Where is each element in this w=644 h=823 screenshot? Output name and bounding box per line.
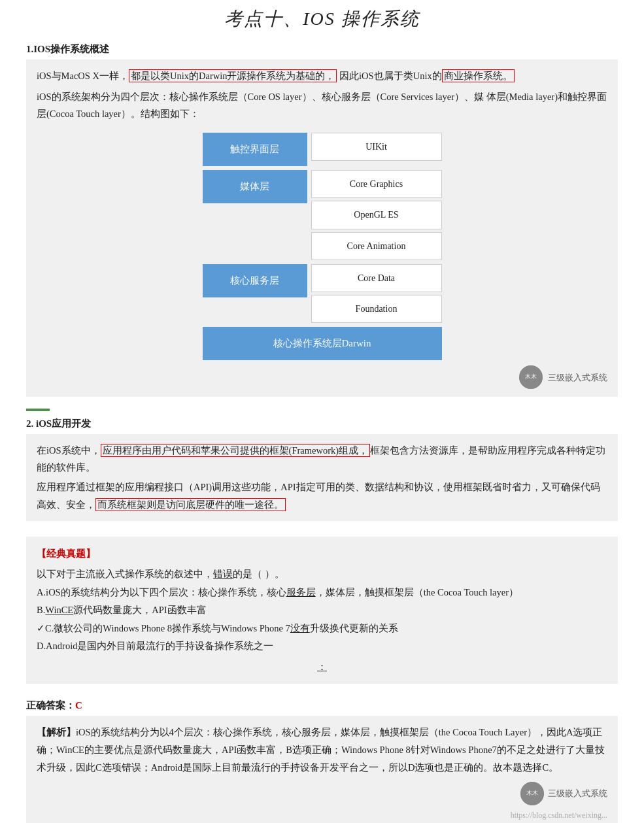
section2-para1: 在iOS系统中，应用程序由用户代码和苹果公司提供的框架(Framework)组成… xyxy=(37,442,607,476)
para2-highlight: 而系统框架则是访问底层硬件的唯一途径。 xyxy=(95,498,286,511)
line1-highlight1: 都是以类Unix的Darwin开源操作系统为基础的， xyxy=(129,69,337,82)
logo-text-1: 三级嵌入式系统 xyxy=(548,370,607,385)
watermark: https://blog.csdn.net/weixing... xyxy=(37,808,607,822)
touch-layer-label: 触控界面层 xyxy=(203,133,307,166)
answer-line: 正确答案：C xyxy=(26,699,618,712)
choice-d: D.Android是国内外目前最流行的手持设备操作系统之一 xyxy=(37,637,607,656)
choice-b: B.WinCE源代码数量庞大，API函数丰富 xyxy=(37,601,607,620)
foundation-item: Foundation xyxy=(311,295,442,323)
core-services-label: 核心服务层 xyxy=(203,264,307,297)
section-3: 【经典真题】 以下对于主流嵌入式操作系统的叙述中，错误的是（ ）。 A.iOS的… xyxy=(26,537,618,684)
section1-title: 1.IOS操作系统概述 xyxy=(26,43,618,56)
svg-text:木木: 木木 xyxy=(525,373,537,380)
question-body: 以下对于主流嵌入式操作系统的叙述中，错误的是（ ）。 xyxy=(37,569,284,579)
choice-c: ✓C.微软公司的Windows Phone 8操作系统与Windows Phon… xyxy=(37,620,607,638)
logo-area-1: 木木 三级嵌入式系统 xyxy=(37,365,607,389)
question-text: 以下对于主流嵌入式操作系统的叙述中，错误的是（ ）。 xyxy=(37,565,607,584)
opengl-item: OpenGL ES xyxy=(311,201,442,229)
core-animation-item: Core Animation xyxy=(311,232,442,260)
choice-b-label: B.WinCE源代码数量庞大，API函数丰富 xyxy=(37,601,207,620)
section1-content: iOS与MacOS X一样，都是以类Unix的Darwin开源操作系统为基础的，… xyxy=(26,59,618,397)
para1-pre: 在iOS系统中， xyxy=(37,445,101,456)
uikit-item: UIKit xyxy=(311,133,442,161)
media-layer-items: Core Graphics OpenGL ES Core Animation xyxy=(311,170,442,260)
logo-icon-1: 木木 xyxy=(519,365,543,389)
analysis-para: 【解析】iOS的系统结构分为以4个层次：核心操作系统，核心服务层，媒体层，触摸框… xyxy=(37,724,607,776)
analysis-text: iOS的系统结构分为以4个层次：核心操作系统，核心服务层，媒体层，触摸框架层（t… xyxy=(37,727,605,773)
line1-mid: 因此iOS也属于类Unix的 xyxy=(337,71,441,81)
line1-highlight2: 商业操作系统。 xyxy=(442,69,515,82)
core-data-item: Core Data xyxy=(311,264,442,292)
page-title: 考点十、IOS 操作系统 xyxy=(26,7,618,31)
layer-grid: 触控界面层 UIKit 媒体层 Core Graphics OpenGL ES … xyxy=(203,133,442,360)
choice-a-label: A.iOS的系统结构分为以下四个层次：核心操作系统，核心服务层，媒体层，触摸框架… xyxy=(37,584,518,602)
section2-content: 在iOS系统中，应用程序由用户代码和苹果公司提供的框架(Framework)组成… xyxy=(26,434,618,520)
answer-analysis-box: 【解析】iOS的系统结构分为以4个层次：核心操作系统，核心服务层，媒体层，触摸框… xyxy=(26,716,618,823)
media-layer-label: 媒体层 xyxy=(203,170,307,203)
bottom-logo-area: 木木 三级嵌入式系统 xyxy=(37,782,607,805)
answer-hint: ： xyxy=(37,658,607,677)
line1-pre: iOS与MacOS X一样， xyxy=(37,71,129,81)
classic-question-box: 【经典真题】 以下对于主流嵌入式操作系统的叙述中，错误的是（ ）。 A.iOS的… xyxy=(26,537,618,684)
core-os-label: 核心操作系统层Darwin xyxy=(203,327,442,360)
ios-layer-diagram: 触控界面层 UIKit 媒体层 Core Graphics OpenGL ES … xyxy=(37,133,607,360)
section2-title: 2. iOS应用开发 xyxy=(26,418,618,430)
answer-value: C xyxy=(75,700,82,711)
logo-text-2: 三级嵌入式系统 xyxy=(548,786,607,801)
core-graphics-item: Core Graphics xyxy=(311,170,442,198)
analysis-title-text: 【解析】 xyxy=(37,727,76,737)
section2-para2: 应用程序通过框架的应用编程接口（API)调用这些功能，API指定可用的类、数据结… xyxy=(37,479,607,512)
section1-line2: iOS的系统架构分为四个层次：核心操作系统层（Core OS layer）、核心… xyxy=(37,88,607,122)
svg-text:木木: 木木 xyxy=(526,790,538,796)
choice-a: A.iOS的系统结构分为以下四个层次：核心操作系统，核心服务层，媒体层，触摸框架… xyxy=(37,584,607,602)
choice-c-marker: ✓C.微软公司的Windows Phone 8操作系统与Windows Phon… xyxy=(37,620,398,638)
section1-line1: iOS与MacOS X一样，都是以类Unix的Darwin开源操作系统为基础的，… xyxy=(37,67,607,84)
answer-label: 正确答案： xyxy=(26,700,75,711)
classic-label: 【经典真题】 xyxy=(37,548,95,559)
section2-divider xyxy=(26,409,50,411)
section-1: 1.IOS操作系统概述 iOS与MacOS X一样，都是以类Unix的Darwi… xyxy=(26,43,618,397)
para1-highlight: 应用程序由用户代码和苹果公司提供的框架(Framework)组成， xyxy=(101,444,371,457)
section-4: 正确答案：C 【解析】iOS的系统结构分为以4个层次：核心操作系统，核心服务层，… xyxy=(26,699,618,823)
logo-icon-2: 木木 xyxy=(520,782,544,805)
classic-title-text: 【经典真题】 xyxy=(37,545,607,563)
section-2: 2. iOS应用开发 在iOS系统中，应用程序由用户代码和苹果公司提供的框架(F… xyxy=(26,409,618,520)
hint-text: ： xyxy=(317,662,327,672)
choice-d-label: D.Android是国内外目前最流行的手持设备操作系统之一 xyxy=(37,637,273,656)
core-services-items: Core Data Foundation xyxy=(311,264,442,323)
touch-layer-items: UIKit xyxy=(311,133,442,161)
